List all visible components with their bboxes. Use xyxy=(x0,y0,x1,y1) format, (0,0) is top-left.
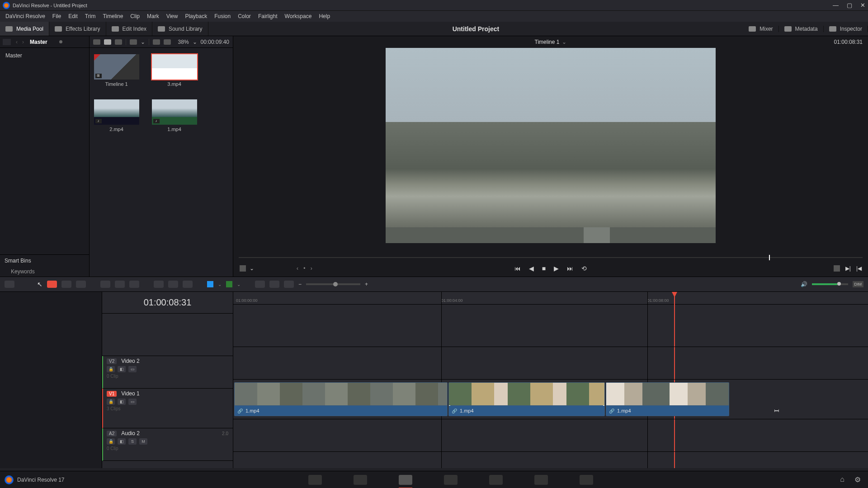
options-icon[interactable] xyxy=(164,39,171,45)
menu-playback[interactable]: Playback xyxy=(181,13,211,19)
page-fairlight[interactable] xyxy=(534,475,548,485)
track-solo-button[interactable]: S xyxy=(128,438,137,445)
inspector-toggle[interactable]: Inspector xyxy=(824,26,868,32)
settings-icon[interactable]: ⚙ xyxy=(854,475,861,484)
menu-timeline[interactable]: Timeline xyxy=(99,13,127,19)
menu-color[interactable]: Color xyxy=(234,13,255,19)
track-header-v1[interactable]: V1Video 1 🔒◧▭ 3 Clips xyxy=(102,389,233,428)
track-lock-icon[interactable]: 🔒 xyxy=(107,399,115,405)
lock-icon[interactable] xyxy=(183,281,193,288)
page-color[interactable] xyxy=(489,475,503,485)
volume-icon[interactable]: 🔊 xyxy=(801,281,807,287)
clip-2mp4[interactable]: ♪ 2.mp4 xyxy=(94,99,139,132)
page-deliver[interactable] xyxy=(580,475,593,485)
selection-tool[interactable]: ↖ xyxy=(37,281,42,288)
bin-master[interactable]: Master xyxy=(0,51,89,61)
menu-workspace[interactable]: Workspace xyxy=(281,13,316,19)
insert-clip-icon[interactable] xyxy=(100,281,110,288)
menu-clip[interactable]: Clip xyxy=(127,13,143,19)
viewer-mode-chevron[interactable]: ⌄ xyxy=(250,265,254,272)
edit-index-toggle[interactable]: Edit Index xyxy=(106,22,152,36)
menu-help[interactable]: Help xyxy=(315,13,334,19)
timeline-name[interactable]: Timeline 1 xyxy=(535,39,560,45)
page-fusion[interactable] xyxy=(444,475,458,485)
track-disable-icon[interactable]: ▭ xyxy=(128,366,137,372)
page-cut[interactable] xyxy=(354,475,367,485)
maximize-button[interactable]: ▢ xyxy=(847,2,852,9)
mixer-toggle[interactable]: Mixer xyxy=(743,26,778,32)
stop-button[interactable]: ■ xyxy=(542,265,546,272)
go-first-button[interactable]: ⏮ xyxy=(514,265,521,272)
track-v1-lane[interactable]: 🔗1.mp4 🔗1.mp4 ⎶ 🔗1.mp4 xyxy=(233,380,868,419)
clip-3[interactable]: 🔗1.mp4 xyxy=(606,382,729,416)
menu-file[interactable]: File xyxy=(49,13,65,19)
metadata-toggle[interactable]: Metadata xyxy=(779,26,824,32)
track-disable-icon[interactable]: ▭ xyxy=(128,399,137,405)
bin-nav-fwd[interactable]: › xyxy=(20,39,26,45)
sort-icon[interactable] xyxy=(153,39,160,45)
zoom-full-icon[interactable] xyxy=(284,281,294,288)
zoom-out-button[interactable]: − xyxy=(298,281,302,287)
viewer-timecode[interactable]: 01:00:08:31 xyxy=(834,39,863,45)
list-view-icon[interactable] xyxy=(115,39,122,45)
menu-fusion[interactable]: Fusion xyxy=(211,13,234,19)
match-frame-nav[interactable]: ‹ • › xyxy=(297,265,314,272)
track-tag[interactable]: A2 xyxy=(107,431,117,436)
viewer-scrubber[interactable] xyxy=(239,255,863,260)
track-lock-icon[interactable]: 🔒 xyxy=(107,438,115,445)
dynamic-trim-tool[interactable] xyxy=(61,281,71,288)
loop-button[interactable]: ⟲ xyxy=(581,265,587,272)
home-icon[interactable]: ⌂ xyxy=(840,475,844,484)
timeline-timecode[interactable]: 01:00:08:31 xyxy=(102,292,233,314)
smart-bins-keywords[interactable]: Keywords xyxy=(0,267,89,277)
blade-edit-icon[interactable] xyxy=(154,281,164,288)
bin-nav-back[interactable]: ‹ xyxy=(14,39,20,45)
track-header-a2[interactable]: A2Audio 22.0 🔒◧SM 0 Clip xyxy=(102,428,233,461)
link-icon[interactable] xyxy=(168,281,178,288)
zoom-chevron[interactable]: ⌄ xyxy=(193,39,197,45)
trim-tool[interactable] xyxy=(47,281,57,288)
zoom-in-button[interactable]: + xyxy=(365,281,368,287)
smart-bins-header[interactable]: Smart Bins xyxy=(0,255,89,267)
menu-edit[interactable]: Edit xyxy=(65,13,81,19)
zoom-slider[interactable] xyxy=(306,283,360,285)
viewer-display[interactable] xyxy=(233,48,868,255)
replace-clip-icon[interactable] xyxy=(129,281,139,288)
bin-view-dropdown[interactable] xyxy=(3,39,11,45)
marker-chevron[interactable]: ⌄ xyxy=(237,282,241,287)
track-tag[interactable]: V2 xyxy=(107,358,117,364)
search-chevron[interactable]: ⌄ xyxy=(141,39,145,45)
page-edit[interactable] xyxy=(399,475,412,485)
volume-slider[interactable] xyxy=(812,283,848,285)
zoom-click-icon[interactable] xyxy=(269,281,279,288)
clip-timeline1[interactable]: ⊞ Timeline 1 xyxy=(94,54,139,87)
track-lock-icon[interactable]: 🔒 xyxy=(107,366,115,372)
play-button[interactable]: ▶ xyxy=(554,265,559,272)
snap-icon[interactable] xyxy=(255,281,265,288)
go-next-edit-button[interactable]: ▶| xyxy=(845,265,851,272)
track-tag[interactable]: V1 xyxy=(107,391,117,397)
clip-1mp4[interactable]: ♪ 1.mp4 xyxy=(152,99,197,132)
timeline-ruler[interactable]: 01:00:00:00 01:00:04:00 01:00:08:00 xyxy=(233,292,868,305)
sound-library-toggle[interactable]: Sound Library xyxy=(152,22,208,36)
effects-library-toggle[interactable]: Effects Library xyxy=(49,22,106,36)
thumbnail-view-icon[interactable] xyxy=(104,39,111,45)
dim-button[interactable]: DIM xyxy=(853,281,864,287)
track-auto-select-icon[interactable]: ◧ xyxy=(118,399,126,405)
minimize-button[interactable]: — xyxy=(833,2,839,9)
menu-trim[interactable]: Trim xyxy=(81,13,99,19)
scrubber-playhead[interactable] xyxy=(769,255,770,260)
media-pool-toggle[interactable]: Media Pool xyxy=(0,22,49,36)
track-mute-button[interactable]: M xyxy=(139,438,147,445)
timeline-chevron-icon[interactable]: ⌄ xyxy=(562,39,566,45)
menu-davinci[interactable]: DaVinci Resolve xyxy=(2,13,49,19)
flag-blue-icon[interactable] xyxy=(207,281,213,287)
clip-3mp4[interactable]: 3.mp4 xyxy=(152,54,197,87)
go-last-edit-button[interactable]: |◀ xyxy=(856,265,862,272)
clip-1[interactable]: 🔗1.mp4 xyxy=(234,382,448,416)
match-frame-icon[interactable] xyxy=(834,265,840,272)
menu-mark[interactable]: Mark xyxy=(143,13,163,19)
step-back-button[interactable]: ◀ xyxy=(529,265,534,272)
timeline-view-options-icon[interactable] xyxy=(5,281,14,288)
clip-2[interactable]: 🔗1.mp4 ⎶ xyxy=(448,382,605,416)
